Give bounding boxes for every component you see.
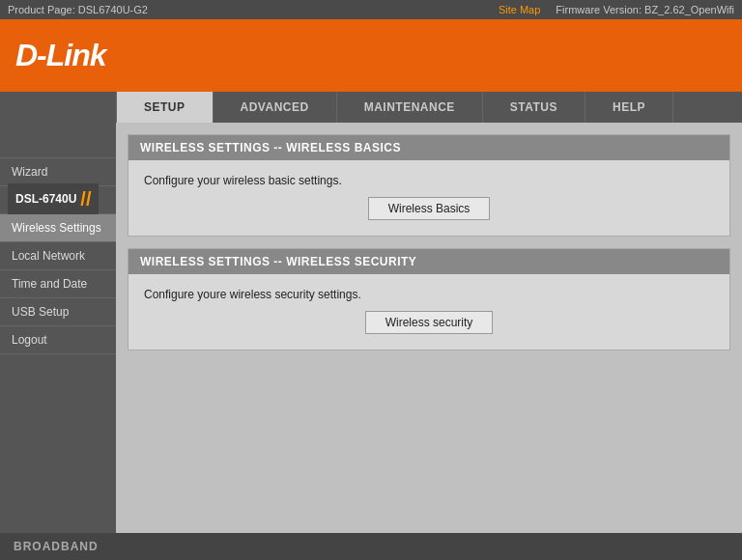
top-bar: Product Page: DSL6740U-G2 Site Map Firmw… — [0, 0, 742, 19]
firmware-version: Firmware Version: BZ_2.62_OpenWifi — [556, 4, 734, 15]
card-wireless-basics-description: Configure your wireless basic settings. — [144, 174, 714, 187]
card-wireless-basics: WIRELESS SETTINGS -- WIRELESS BASICS Con… — [128, 134, 730, 237]
model-text: DSL-6740U — [15, 192, 76, 206]
card-wireless-security-description: Configure youre wireless security settin… — [144, 288, 714, 301]
sidebar-item-usb-setup[interactable]: USB Setup — [0, 298, 116, 326]
site-map-link[interactable]: Site Map — [499, 4, 540, 15]
main-layout: Wizard Internet Setup Wireless Settings … — [0, 123, 742, 533]
footer: BROADBAND — [0, 533, 742, 560]
card-wireless-basics-header: WIRELESS SETTINGS -- WIRELESS BASICS — [128, 135, 729, 160]
card-wireless-security: WIRELESS SETTINGS -- WIRELESS SECURITY C… — [128, 248, 730, 350]
sidebar-item-wireless-settings[interactable]: Wireless Settings — [0, 214, 116, 242]
sidebar-item-time-and-date[interactable]: Time and Date — [0, 270, 116, 298]
header: D-Link — [0, 19, 742, 92]
content-area: setuprouter WIRELESS SETTINGS -- WIRELES… — [116, 123, 742, 533]
top-bar-right: Site Map Firmware Version: BZ_2.62_OpenW… — [499, 4, 734, 15]
tab-advanced[interactable]: ADVANCED — [214, 92, 337, 123]
footer-label: BROADBAND — [14, 540, 99, 553]
card-wireless-basics-body: Configure your wireless basic settings. … — [128, 160, 729, 236]
model-slashes: // — [80, 189, 91, 209]
sidebar-item-logout[interactable]: Logout — [0, 326, 116, 354]
sidebar-item-wizard[interactable]: Wizard — [0, 157, 116, 186]
logo: D-Link — [15, 38, 106, 73]
card-wireless-security-btn-row: Wireless security — [144, 311, 714, 334]
nav-tabs: SETUP ADVANCED MAINTENANCE STATUS HELP — [0, 92, 742, 123]
tab-help[interactable]: HELP — [585, 92, 673, 123]
tab-setup[interactable]: SETUP — [116, 92, 214, 123]
sidebar-item-local-network[interactable]: Local Network — [0, 242, 116, 270]
tab-maintenance[interactable]: MAINTENANCE — [337, 92, 483, 123]
wireless-security-button[interactable]: Wireless security — [365, 311, 494, 334]
nav-bar-container: DSL-6740U // SETUP ADVANCED MAINTENANCE … — [0, 92, 742, 123]
card-wireless-security-header: WIRELESS SETTINGS -- WIRELESS SECURITY — [128, 249, 729, 274]
card-wireless-security-body: Configure youre wireless security settin… — [128, 274, 729, 350]
tab-status[interactable]: STATUS — [483, 92, 585, 123]
wireless-basics-button[interactable]: Wireless Basics — [368, 197, 491, 220]
product-page-label: Product Page: DSL6740U-G2 — [8, 4, 148, 15]
model-label: DSL-6740U // — [8, 183, 99, 214]
card-wireless-basics-btn-row: Wireless Basics — [144, 197, 714, 220]
